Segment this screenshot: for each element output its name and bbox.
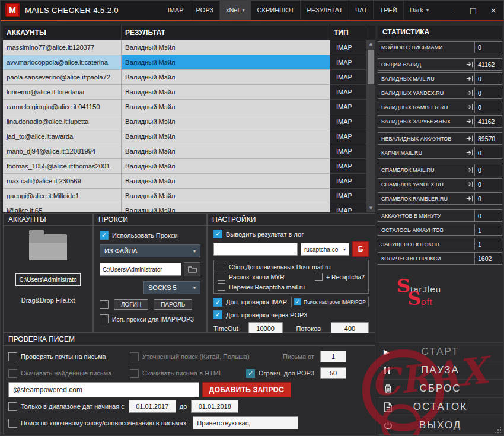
- table-scrollbar[interactable]: ▲ ▼: [366, 40, 375, 212]
- menu-xnet[interactable]: xNet▾: [219, 1, 251, 20]
- proxy-panel-group: ПРОКСИ Использовать Прокси ИЗ ФАЙЛА ▾ SO…: [93, 213, 207, 333]
- check-letters-label: Проверять почты на письма: [21, 353, 106, 360]
- download-letters-checkbox[interactable]: [8, 369, 17, 378]
- menu-theme[interactable]: Dark▾: [403, 1, 435, 20]
- proxy-source-select[interactable]: ИЗ ФАЙЛА ▾: [100, 244, 200, 257]
- export-icon[interactable]: [464, 103, 474, 111]
- export-icon[interactable]: [464, 135, 474, 142]
- account-cell[interactable]: avv.mariocoppola@alice.it:caterina: [3, 55, 122, 70]
- menu-label: РЕЗУЛЬТАТ: [307, 7, 342, 14]
- letters-from-input[interactable]: [320, 351, 346, 362]
- keyword-search-checkbox[interactable]: [8, 419, 17, 428]
- menu-pop3[interactable]: POP3: [190, 1, 219, 20]
- log-output-checkbox[interactable]: [213, 230, 222, 238]
- account-cell[interactable]: i@alice.it:65: [3, 203, 122, 212]
- account-cell[interactable]: mario_dj94@alice.it:12081994: [3, 144, 122, 159]
- export-icon[interactable]: [464, 149, 474, 157]
- accounts-file-path-button[interactable]: C:\Users\Administrato: [15, 273, 80, 286]
- recheck-recaptcha-checkbox[interactable]: [218, 283, 225, 291]
- menu-imap[interactable]: IMAP: [162, 1, 190, 20]
- pause-button[interactable]: ПАУЗА: [378, 361, 503, 380]
- table-row[interactable]: lina.donadio@alice.it:lupettaВалидный Мэ…: [3, 114, 366, 129]
- export-icon[interactable]: [464, 195, 474, 202]
- export-icon[interactable]: [464, 166, 474, 174]
- refined-search-checkbox[interactable]: [130, 352, 139, 361]
- scroll-down-icon[interactable]: ▼: [366, 204, 375, 212]
- proxy-file-path-input[interactable]: [100, 263, 181, 276]
- myr-captcha-checkbox[interactable]: [218, 273, 225, 281]
- proxy-for-imap-checkbox[interactable]: [100, 314, 109, 323]
- column-header-accounts[interactable]: АККАУНТЫ: [3, 26, 122, 40]
- resize-grip[interactable]: [500, 432, 501, 433]
- column-header-result[interactable]: РЕЗУЛЬТАТ: [122, 26, 330, 40]
- table-header: АККАУНТЫ РЕЗУЛЬТАТ ТИП: [3, 26, 375, 40]
- remainder-button[interactable]: ОСТАТОК: [378, 398, 503, 416]
- menu-tray[interactable]: ТРЕЙ: [373, 1, 403, 20]
- account-cell[interactable]: jad_to@alice.it:awarda: [3, 129, 122, 144]
- password-button[interactable]: ПАРОЛЬ: [154, 299, 192, 310]
- export-icon[interactable]: [464, 89, 474, 97]
- account-cell[interactable]: massimino77@alice.it:120377: [3, 40, 122, 55]
- table-row-selected[interactable]: avv.mariocoppola@alice.it:caterinaВалидн…: [3, 55, 366, 70]
- threads-label: Потоков: [296, 325, 321, 332]
- table-row[interactable]: jad_to@alice.it:awardaВалидный МэйлIMAP: [3, 129, 366, 144]
- use-proxy-checkbox[interactable]: [100, 231, 109, 240]
- account-cell[interactable]: max.calli@alice.it:230569: [3, 174, 122, 189]
- export-icon[interactable]: [464, 75, 474, 82]
- captcha-service-select[interactable]: rucaptcha.co ▾: [301, 243, 349, 256]
- recaptcha2-checkbox[interactable]: [315, 273, 323, 281]
- export-icon[interactable]: [464, 117, 474, 125]
- download-html-checkbox[interactable]: [130, 369, 139, 378]
- add-query-button[interactable]: ДОБАВИТЬ ЗАПРОС: [202, 382, 291, 397]
- account-cell[interactable]: gaeugi@alice.it:Milloide1: [3, 189, 122, 203]
- minimize-button[interactable]: –: [443, 1, 463, 20]
- menu-screenshot[interactable]: СКРИНШОТ: [251, 1, 301, 20]
- export-icon[interactable]: [464, 180, 474, 188]
- table-row[interactable]: loriremo@alice.it:loredanarВалидный Мэйл…: [3, 85, 366, 100]
- table-row[interactable]: carmelo.giorgio@alice.it:041150Валидный …: [3, 100, 366, 114]
- date-range-checkbox[interactable]: [8, 402, 17, 411]
- date-to-input[interactable]: [191, 400, 238, 413]
- keyword-input[interactable]: [193, 416, 298, 429]
- table-row[interactable]: paola.sanseverino@alice.it:paola72Валидн…: [3, 70, 366, 85]
- pop3-check-checkbox[interactable]: [213, 310, 222, 319]
- pop3-limit-input[interactable]: [320, 367, 346, 379]
- table-row[interactable]: i@alice.it:65Валидный МэйлIMAP: [3, 203, 366, 212]
- scrollbar-thumb[interactable]: [368, 50, 374, 84]
- imap-settings-checkbox[interactable]: [294, 298, 301, 305]
- account-cell[interactable]: lina.donadio@alice.it:lupetta: [3, 114, 122, 129]
- start-button[interactable]: ▶ СТАРТ: [378, 342, 503, 361]
- table-row[interactable]: massimino77@alice.it:120377Валидный Мэйл…: [3, 40, 366, 55]
- proxy-type-select[interactable]: SOCKS 5 ▾: [143, 281, 200, 294]
- login-button[interactable]: ЛОГИН: [114, 299, 148, 310]
- pop3-limit-checkbox[interactable]: [246, 369, 255, 378]
- browse-folder-button[interactable]: [184, 262, 200, 276]
- check-letters-checkbox[interactable]: [8, 352, 17, 361]
- menu-chat[interactable]: ЧАТ: [349, 1, 374, 20]
- reset-button[interactable]: СБРОС: [378, 380, 503, 398]
- date-from-input[interactable]: [129, 400, 176, 413]
- account-cell[interactable]: carmelo.giorgio@alice.it:041150: [3, 100, 122, 114]
- account-cell[interactable]: thomas_1055@alice.it:thomas2001: [3, 159, 122, 174]
- scroll-up-icon[interactable]: ▲: [366, 40, 375, 48]
- exit-button[interactable]: ВЫХОД: [378, 416, 503, 435]
- imap-check-checkbox[interactable]: [213, 298, 222, 307]
- column-header-type[interactable]: ТИП: [330, 26, 366, 40]
- proxy-auth-checkbox[interactable]: [100, 300, 109, 309]
- account-cell[interactable]: loriremo@alice.it:loredanar: [3, 85, 122, 100]
- menu-result[interactable]: РЕЗУЛЬТАТ: [300, 1, 348, 20]
- close-button[interactable]: ×: [483, 1, 503, 20]
- table-row[interactable]: max.calli@alice.it:230569Валидный МэйлIM…: [3, 174, 366, 189]
- table-row[interactable]: mario_dj94@alice.it:12081994Валидный Мэй…: [3, 144, 366, 159]
- table-row[interactable]: thomas_1055@alice.it:thomas2001Валидный …: [3, 159, 366, 174]
- collect-extra-mail-checkbox[interactable]: [218, 263, 225, 270]
- balance-button[interactable]: Б: [352, 241, 369, 257]
- chevron-down-icon: ▾: [193, 249, 196, 254]
- query-input[interactable]: [8, 382, 199, 397]
- export-icon[interactable]: [464, 61, 474, 68]
- captcha-key-input[interactable]: [213, 243, 298, 256]
- maximize-button[interactable]: □: [463, 1, 483, 20]
- folder-icon[interactable]: [29, 234, 67, 260]
- table-row[interactable]: gaeugi@alice.it:Milloide1Валидный МэйлIM…: [3, 189, 366, 203]
- account-cell[interactable]: paola.sanseverino@alice.it:paola72: [3, 70, 122, 85]
